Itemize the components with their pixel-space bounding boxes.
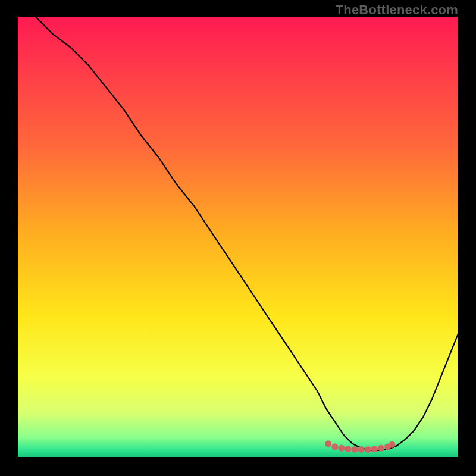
bottom-marker	[389, 441, 396, 448]
bottom-marker	[338, 445, 345, 452]
bottom-marker	[358, 446, 365, 453]
bottom-marker	[325, 440, 331, 447]
chart-frame: TheBottleneck.com	[0, 0, 476, 476]
gradient-background	[18, 17, 458, 457]
bottom-marker	[378, 445, 384, 452]
chart-svg	[18, 17, 458, 457]
bottom-marker	[331, 443, 338, 450]
plot-area	[18, 17, 458, 457]
watermark-text: TheBottleneck.com	[336, 2, 458, 18]
bottom-marker	[371, 446, 378, 452]
bottom-marker	[345, 446, 352, 452]
bottom-marker	[352, 446, 358, 453]
bottom-marker	[365, 446, 371, 453]
